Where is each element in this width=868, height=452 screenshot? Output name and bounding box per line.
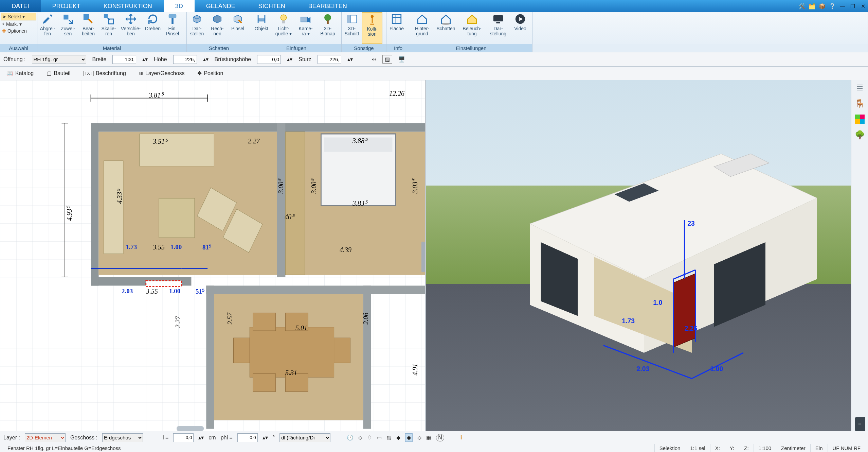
- rib-3d-bitmap[interactable]: 3D-Bitmap: [316, 12, 340, 44]
- spinner-icon[interactable]: ▴▾: [263, 434, 268, 441]
- position-button[interactable]: ✥Position: [194, 68, 227, 78]
- bb-hatch-icon[interactable]: ▨: [386, 434, 392, 441]
- rib-kamera[interactable]: Kame-ra ▾: [295, 12, 316, 44]
- bb-snap1-icon[interactable]: ◇: [358, 434, 362, 441]
- bb-snap2-icon[interactable]: ♢: [367, 434, 372, 441]
- ribbon-caption-schatten: Schatten: [187, 44, 251, 52]
- geschoss-select[interactable]: Erdgeschos: [102, 433, 143, 442]
- rib-darstellung[interactable]: Dar-stellung: [486, 12, 510, 44]
- rib-verschieben[interactable]: Verschie-ben: [119, 12, 143, 44]
- view-3d[interactable]: 2.03 1.00 1.73 23 2.26 1.0: [426, 80, 851, 431]
- play-icon: [514, 14, 526, 25]
- bauteil-button[interactable]: ▢Bauteil: [43, 68, 74, 78]
- sidetool-layers-icon[interactable]: ≣: [856, 82, 864, 93]
- toolbar-help-icon[interactable]: ❔: [827, 0, 837, 12]
- svg-rect-25: [91, 268, 98, 286]
- toolbar-ext1-icon[interactable]: 🗂️: [807, 0, 817, 12]
- sidetool-tree-icon[interactable]: 🌳: [855, 130, 865, 140]
- bb-wire-icon[interactable]: ◇: [417, 434, 421, 441]
- l-label: l =: [163, 435, 168, 441]
- ribbon-group-auswahl: ➤ Selekt ▾ ⌖ Mark. ▾ ✚ Optionen Auswahl: [0, 12, 37, 52]
- restore-button[interactable]: ❐: [848, 0, 858, 12]
- toolbar-ext2-icon[interactable]: 📦: [817, 0, 827, 12]
- rib-drehen[interactable]: Drehen: [143, 12, 163, 44]
- sturz-input[interactable]: [318, 55, 341, 64]
- spinner-icon[interactable]: ▴▾: [203, 56, 209, 63]
- optionen-button[interactable]: ✚ Optionen: [1, 28, 36, 34]
- rib-zuweisen[interactable]: Zuwei-sen: [58, 12, 78, 44]
- selekt-button[interactable]: ➤ Selekt ▾: [1, 13, 36, 20]
- tab-3d[interactable]: 3D: [164, 0, 195, 12]
- ribbon-group-info: Fläche Info: [386, 12, 410, 52]
- view-2d[interactable]: 3.81⁵ 12.26 4.93⁵ 3.51⁵ 2.27 3.88⁵ 3.83⁵…: [0, 80, 426, 431]
- props-hatch-icon[interactable]: ▨: [382, 55, 392, 64]
- rib-kollision[interactable]: Kolli-sion: [362, 12, 382, 44]
- phi-input[interactable]: [237, 433, 258, 442]
- close-button[interactable]: ✕: [858, 0, 868, 12]
- rib-pinsel[interactable]: Pinsel: [228, 12, 248, 44]
- view-splitter[interactable]: [421, 242, 425, 272]
- rib-objekt[interactable]: Objekt: [251, 12, 272, 44]
- rib-schatten[interactable]: Schatten: [434, 12, 458, 44]
- bb-layers-icon[interactable]: ◆: [396, 434, 400, 441]
- tab-bearbeiten[interactable]: BEARBEITEN: [297, 0, 359, 12]
- rib-rechnen[interactable]: Rech-nen: [207, 12, 228, 44]
- bruest-input[interactable]: [257, 55, 281, 64]
- scrollbar-h[interactable]: [177, 426, 204, 431]
- spinner-icon[interactable]: ▴▾: [287, 56, 292, 63]
- minimize-button[interactable]: —: [837, 0, 848, 12]
- props-flip-h-icon[interactable]: ⇔: [372, 56, 376, 63]
- rib-bearbeiten[interactable]: Bear-beiten: [78, 12, 98, 44]
- rib-skalieren[interactable]: Skalie-ren: [98, 12, 119, 44]
- rib-hintergrund[interactable]: Hinter-grund: [410, 12, 434, 44]
- beschriftung-button[interactable]: TXTBeschriftung: [79, 69, 130, 78]
- tab-konstruktion[interactable]: KONSTRUKTION: [92, 0, 164, 12]
- rib-beleuchtung[interactable]: Beleuch-tung: [458, 12, 486, 44]
- layer-select[interactable]: 2D-Elemen: [25, 433, 66, 442]
- rib-lichtquelle[interactable]: Licht-quelle ▾: [272, 12, 295, 44]
- mode-select[interactable]: dl (Richtung/Di: [279, 433, 330, 442]
- breite-input[interactable]: [112, 55, 136, 64]
- svg-rect-12: [351, 15, 357, 23]
- tab-sichten[interactable]: SICHTEN: [247, 0, 297, 12]
- hoehe-input[interactable]: [173, 55, 197, 64]
- sidetool-chair-icon[interactable]: 🪑: [855, 99, 865, 108]
- rib-darstellen[interactable]: Dar-stellen: [187, 12, 207, 44]
- mark-button[interactable]: ⌖ Mark. ▾: [1, 20, 36, 28]
- rib-hin-pinsel[interactable]: Hin.Pinsel: [163, 12, 182, 44]
- tab-datei[interactable]: DATEI: [0, 0, 41, 12]
- katalog-button[interactable]: 📖Katalog: [3, 68, 37, 78]
- l1: Video: [514, 26, 526, 31]
- position-label: Position: [204, 70, 223, 76]
- rib-video[interactable]: Video: [510, 12, 530, 44]
- sidetool-colors-icon[interactable]: [855, 115, 865, 124]
- spinner-icon[interactable]: ▴▾: [347, 56, 353, 63]
- tab-gelaende[interactable]: GELÄNDE: [195, 0, 247, 12]
- bb-group-icon[interactable]: ▭: [377, 434, 382, 441]
- ribbon-group-material: Abgrei-fen Zuwei-sen Bear-beiten Skalie-…: [37, 12, 187, 52]
- rib-abgreifen[interactable]: Abgrei-fen: [37, 12, 58, 44]
- panel-icon: ▢: [47, 70, 52, 76]
- svg-text:23: 23: [687, 220, 695, 227]
- l1: Licht-: [278, 26, 289, 31]
- l-input[interactable]: [173, 433, 194, 442]
- bb-clock-icon[interactable]: 🕓: [347, 434, 354, 441]
- toolbar-wrench-icon[interactable]: 🛠️: [797, 0, 807, 12]
- spinner-icon[interactable]: ▴▾: [142, 56, 148, 63]
- bb-solid-icon[interactable]: ◆: [405, 433, 413, 442]
- oeffnung-label: Öffnung :: [3, 56, 26, 63]
- tab-projekt[interactable]: PROJEKT: [41, 0, 92, 12]
- bb-grid-icon[interactable]: ▦: [426, 434, 431, 441]
- rib-3d-schnitt[interactable]: 3D-Schnitt: [342, 12, 362, 44]
- l1: Pinsel: [231, 26, 244, 31]
- props-3d-icon[interactable]: 🖥️: [398, 56, 405, 63]
- l1: Drehen: [145, 26, 161, 31]
- bb-info-icon[interactable]: i: [460, 435, 462, 441]
- sidetool-expand-icon[interactable]: ≡: [855, 417, 865, 431]
- bb-north-icon[interactable]: N: [436, 434, 444, 441]
- layer-button[interactable]: ≋Layer/Geschoss: [135, 68, 188, 78]
- rib-flaeche[interactable]: Fläche: [386, 12, 407, 44]
- spinner-icon[interactable]: ▴▾: [198, 434, 204, 441]
- selekt-label: Selekt: [8, 14, 21, 19]
- oeffnung-select[interactable]: RH 1flg. gr: [32, 55, 86, 64]
